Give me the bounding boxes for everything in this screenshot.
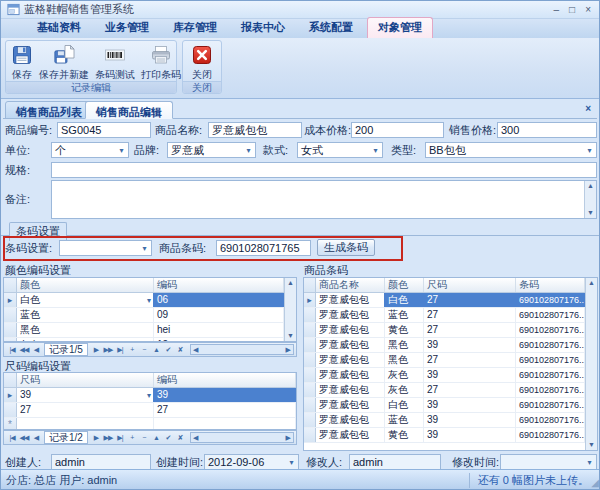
table-row[interactable]: ▸ 罗意威包包 白色 27 690102807176... [304, 293, 585, 308]
save-button[interactable]: 保存 [8, 43, 36, 82]
grid-vscrollbar[interactable]: ▲ ▼ [284, 278, 296, 341]
nav-button[interactable]: ◀ [30, 431, 42, 444]
table-row[interactable]: ▸ 27▾ 27 [4, 403, 296, 418]
name-cell[interactable]: 罗意威包包 [316, 398, 385, 412]
barcode-cell[interactable]: 690102807176... [516, 308, 585, 322]
nav-button[interactable]: + [126, 343, 138, 356]
nav-button[interactable]: |◀ [6, 343, 18, 356]
scroll-up-icon[interactable]: ▲ [285, 278, 296, 288]
ribbon-tab[interactable]: 库存管理 [163, 18, 227, 38]
barcode-cell[interactable]: 690102807176... [516, 383, 585, 397]
spec-field[interactable] [51, 162, 597, 178]
tab-close-icon[interactable]: × [585, 103, 591, 114]
code-cell[interactable]: 39 [154, 388, 296, 402]
code-cell[interactable]: hei [154, 323, 284, 337]
color-cell[interactable]: 蓝色 [385, 308, 424, 322]
nav-button[interactable]: ▶| [114, 343, 126, 356]
scroll-up-icon[interactable]: ▲ [585, 181, 596, 191]
remark-textarea[interactable]: ▲ ▼ [51, 180, 597, 219]
close-button[interactable]: × [585, 2, 591, 18]
nav-button[interactable]: ✔ [162, 343, 174, 356]
tab-product-edit[interactable]: 销售商品编辑 [85, 101, 173, 119]
nav-button[interactable]: ▶▶ [102, 343, 114, 356]
nav-button[interactable]: ▶▶ [102, 431, 114, 444]
sale-price-field[interactable] [497, 122, 597, 138]
table-row[interactable]: ▸ 白色▾ 06 [4, 293, 284, 308]
nav-button[interactable]: ◀◀ [18, 431, 30, 444]
color-cell[interactable]: 白色 [385, 293, 424, 307]
barcode-cell[interactable]: 690102807176... [516, 293, 585, 307]
code-cell[interactable]: 09 [154, 308, 284, 322]
nav-button[interactable]: ◀ [30, 343, 42, 356]
scroll-down-icon[interactable]: ▼ [285, 331, 296, 341]
size-cell[interactable]: 27 [424, 293, 516, 307]
color-cell[interactable]: 黑色 [385, 338, 424, 352]
size-cell[interactable]: 39 [424, 413, 516, 427]
name-cell[interactable]: 罗意威包包 [316, 323, 385, 337]
name-cell[interactable]: 罗意威包包 [316, 308, 385, 322]
nav-button[interactable]: − [138, 431, 150, 444]
brand-combo[interactable]: 罗意威▾ [167, 142, 256, 158]
ribbon-tab[interactable]: 系统配置 [299, 18, 363, 38]
style-combo[interactable]: 女式▾ [297, 142, 383, 158]
save-and-new-button[interactable]: 保存并新建 [36, 43, 92, 82]
table-row[interactable]: ▸ 罗意威包包 黑色 39 690102807176... [304, 338, 585, 353]
color-cell[interactable]: 黄色 [385, 323, 424, 337]
barcode-test-button[interactable]: 条码测试 [92, 43, 138, 82]
color-cell[interactable]: 黑色▾ [17, 323, 154, 337]
close-form-button[interactable]: 关闭 [188, 43, 216, 82]
type-combo[interactable]: BB包包▾ [425, 142, 597, 158]
modify-time-combo[interactable]: ▾ [500, 454, 597, 470]
color-cell[interactable]: 蓝色 [385, 413, 424, 427]
size-cell[interactable]: 27 [424, 308, 516, 322]
table-row[interactable]: ▸ 罗意威包包 黄色 39 690102807176... [304, 428, 585, 443]
create-time-combo[interactable]: 2012-09-06▾ [204, 454, 299, 470]
barcode-cell[interactable]: 690102807176... [516, 398, 585, 412]
name-cell[interactable]: 罗意威包包 [316, 368, 385, 382]
table-row[interactable]: ▸ 罗意威包包 黑色 27 690102807176... [304, 353, 585, 368]
barcode-cell[interactable]: 690102807176... [516, 353, 585, 367]
scroll-down-icon[interactable]: ▼ [586, 440, 597, 450]
creator-field[interactable] [51, 454, 151, 470]
ribbon-tab[interactable]: 基础资料 [27, 18, 91, 38]
name-cell[interactable]: 罗意威包包 [316, 293, 385, 307]
size-cell[interactable]: 39 [424, 428, 516, 442]
barcode-cell[interactable]: 690102807176... [516, 338, 585, 352]
ribbon-tab[interactable]: 对象管理 [367, 17, 433, 38]
size-cell[interactable]: 27▾ [17, 403, 154, 417]
color-cell[interactable]: 灰色 [385, 368, 424, 382]
nav-button[interactable]: ▶ [90, 431, 102, 444]
unit-combo[interactable]: 个▾ [51, 142, 129, 158]
barcode-cell[interactable]: 690102807176... [516, 368, 585, 382]
grid-hscrollbar[interactable]: ◀ ▶ [190, 432, 294, 443]
name-cell[interactable]: 罗意威包包 [316, 413, 385, 427]
size-cell[interactable]: 39 [424, 398, 516, 412]
table-row[interactable]: ▸ 罗意威包包 灰色 27 690102807176... [304, 383, 585, 398]
table-row[interactable]: ▸ 蓝色▾ 09 [4, 308, 284, 323]
barcode-setting-combo[interactable]: ▾ [59, 240, 152, 256]
product-code-field[interactable] [57, 122, 151, 138]
color-cell[interactable]: 黄色 [385, 428, 424, 442]
barcode-cell[interactable]: 690102807176... [516, 323, 585, 337]
product-name-field[interactable] [208, 122, 302, 138]
size-cell[interactable]: 39▾ [17, 388, 154, 402]
nav-button[interactable]: ▲ [150, 343, 162, 356]
nav-button[interactable]: ▶ [90, 343, 102, 356]
barcode-cell[interactable]: 690102807176... [516, 413, 585, 427]
table-row[interactable]: ▸ 罗意威包包 白色 39 690102807176... [304, 398, 585, 413]
nav-button[interactable]: ✘ [174, 431, 186, 444]
table-row[interactable]: ▸ 罗意威包包 灰色 39 690102807176... [304, 368, 585, 383]
table-row[interactable]: ▸ 黑色▾ hei [4, 323, 284, 338]
nav-button[interactable]: ✔ [162, 431, 174, 444]
nav-button[interactable]: − [138, 343, 150, 356]
size-cell[interactable]: 39 [424, 338, 516, 352]
nav-button[interactable]: |◀ [6, 431, 18, 444]
code-cell[interactable]: 06 [154, 293, 284, 307]
ribbon-tab[interactable]: 业务管理 [95, 18, 159, 38]
size-cell[interactable]: 27 [424, 353, 516, 367]
ribbon-tab[interactable]: 报表中心 [231, 18, 295, 38]
size-cell[interactable]: 27 [424, 383, 516, 397]
new-row[interactable]: * [4, 418, 296, 430]
color-cell[interactable]: 蓝色▾ [17, 308, 154, 322]
grid-hscrollbar[interactable]: ◀ ▶ [190, 344, 294, 355]
